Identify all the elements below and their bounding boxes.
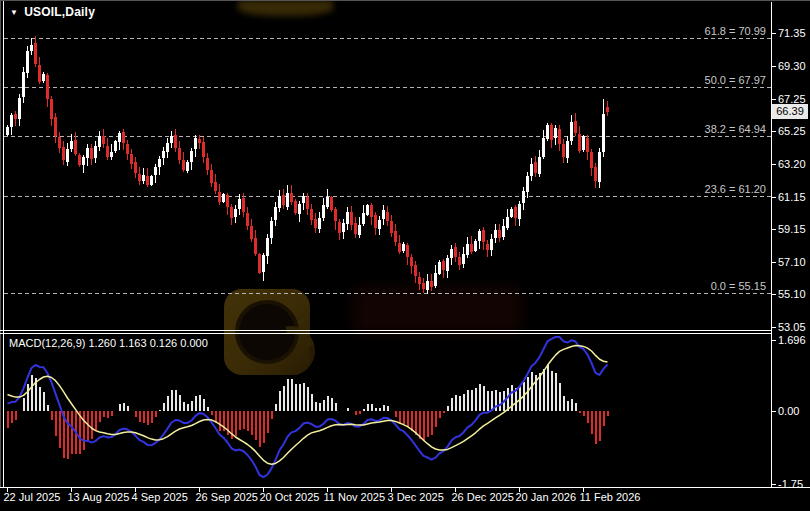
candle-body <box>278 196 281 208</box>
candle-body <box>526 176 529 192</box>
candle-body <box>122 132 125 142</box>
candle-body <box>222 194 225 201</box>
time-axis-label: 4 Sep 2025 <box>132 491 188 503</box>
candle-body <box>186 162 189 171</box>
candle-body <box>30 45 33 51</box>
candle-body <box>130 154 133 164</box>
candle-body <box>38 65 41 82</box>
chart-window[interactable]: { "window": { "symbol_label": "USOIL,Dai… <box>0 0 810 511</box>
candle-body <box>550 125 553 139</box>
candle-body <box>66 149 69 162</box>
fib-retracement-layer[interactable]: 61.8 = 70.9950.0 = 67.9738.2 = 64.9423.6… <box>4 25 771 294</box>
candle-body <box>438 262 441 274</box>
time-axis-label: 20 Jan 2026 <box>516 491 577 503</box>
axes-layer[interactable]: 71.3569.3067.2565.2563.2061.1559.1557.10… <box>0 1 810 504</box>
candle-body <box>470 244 473 252</box>
candle-body <box>138 174 141 181</box>
candle-body <box>590 152 593 168</box>
candle-body <box>118 133 121 142</box>
time-axis-label: 22 Jul 2025 <box>4 491 61 503</box>
fib-level-label: 23.6 = 61.20 <box>705 183 766 195</box>
macd-layer[interactable] <box>8 337 608 477</box>
candle-body <box>506 217 509 228</box>
candle-body <box>142 175 145 181</box>
macd-axis-label: 0.00 <box>778 405 799 417</box>
candle-body <box>70 141 73 149</box>
candle-body <box>414 265 417 276</box>
chart-canvas[interactable]: 61.8 = 70.9950.0 = 67.9738.2 = 64.9423.6… <box>0 0 810 511</box>
price-axis-label: 55.10 <box>778 288 806 300</box>
candle-body <box>394 231 397 242</box>
candle-body <box>502 226 505 237</box>
candle-body <box>598 152 601 182</box>
candle-body <box>398 243 401 252</box>
fib-level-label: 0.0 = 55.15 <box>711 280 766 292</box>
candle-body <box>486 244 489 251</box>
candle-body <box>22 72 25 97</box>
candle-body <box>330 197 333 210</box>
candle-body <box>318 218 321 228</box>
price-axis-label: 57.10 <box>778 256 806 268</box>
candle-body <box>442 261 445 270</box>
candle-body <box>522 191 525 203</box>
candle-body <box>302 196 305 203</box>
candle-body <box>10 115 13 126</box>
candle-body <box>42 74 45 81</box>
candle-body <box>554 128 557 138</box>
candle-body <box>194 138 197 150</box>
candle-body <box>446 258 449 271</box>
time-axis-label: 11 Feb 2026 <box>580 491 641 503</box>
candle-body <box>346 212 349 225</box>
candle-body <box>490 239 493 250</box>
candle-body <box>370 205 373 216</box>
candle-body <box>546 125 549 139</box>
candle-body <box>94 146 97 158</box>
candle-body <box>430 281 433 287</box>
symbol-title-label: USOIL,Daily <box>24 5 95 19</box>
candle-body <box>562 144 565 157</box>
candle-body <box>342 223 345 232</box>
candle-body <box>478 231 481 241</box>
candle-body <box>154 167 157 175</box>
candle-body <box>246 213 249 226</box>
chevron-down-icon[interactable]: ▼ <box>10 8 18 17</box>
candle-body <box>418 277 421 284</box>
candle-body <box>322 205 325 217</box>
candle-body <box>518 204 521 219</box>
candle-body <box>258 254 261 273</box>
candle-body <box>534 162 537 173</box>
fib-level-label: 38.2 = 64.94 <box>705 123 766 135</box>
candle-body <box>282 195 285 205</box>
candle-body <box>466 244 469 255</box>
candle-body <box>458 257 461 264</box>
price-axis-label: 53.05 <box>778 321 806 333</box>
candle-body <box>426 281 429 290</box>
candle-body <box>514 207 517 218</box>
candle-body <box>410 257 413 267</box>
candle-body <box>482 230 485 242</box>
candle-body <box>314 219 317 228</box>
candle-body <box>250 226 253 239</box>
time-axis-label: 26 Dec 2025 <box>452 491 514 503</box>
symbol-title[interactable]: ▼USOIL,Daily <box>10 5 95 19</box>
candle-body <box>54 117 57 136</box>
price-axis-label: 63.20 <box>778 158 806 170</box>
macd-axis-label: 1.696 <box>778 334 806 346</box>
candles-layer[interactable] <box>6 36 609 294</box>
candle-body <box>14 114 17 118</box>
time-axis-label: 3 Dec 2025 <box>388 491 444 503</box>
candle-body <box>606 107 609 112</box>
candle-body <box>406 245 409 257</box>
candle-body <box>378 220 381 229</box>
price-axis-label: 71.35 <box>778 27 806 39</box>
candle-body <box>374 215 377 228</box>
candle-body <box>62 147 65 160</box>
candle-body <box>358 225 361 235</box>
candle-body <box>266 238 269 257</box>
candle-body <box>422 283 425 288</box>
candle-body <box>310 209 313 220</box>
candle-body <box>190 151 193 162</box>
candle-body <box>306 197 309 209</box>
candle-body <box>254 238 257 254</box>
candle-body <box>178 148 181 160</box>
